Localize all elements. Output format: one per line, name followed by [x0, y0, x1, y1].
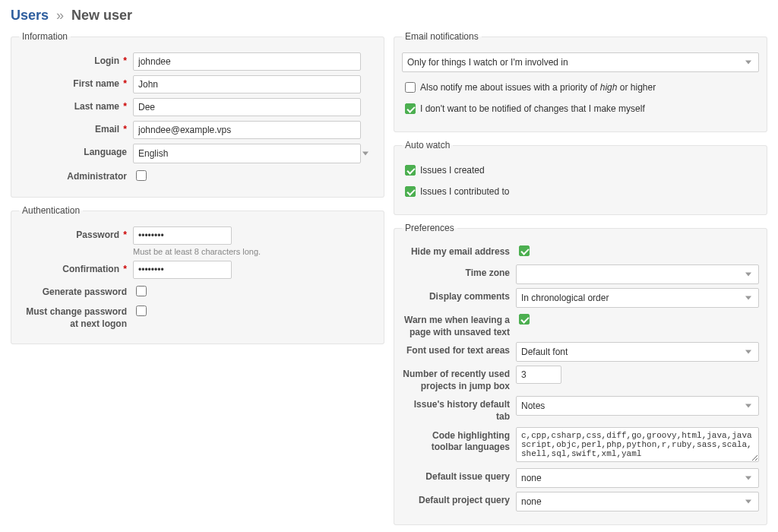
password-label: Password *: [19, 226, 133, 240]
notification-option-wrap: Only for things I watch or I'm involved …: [402, 52, 759, 72]
information-legend: Information: [19, 31, 71, 42]
first-name-input[interactable]: [133, 75, 361, 93]
generate-password-checkbox[interactable]: [136, 286, 147, 296]
generate-password-label: Generate password: [19, 283, 133, 297]
must-change-checkbox[interactable]: [136, 306, 147, 316]
breadcrumb-separator: »: [56, 8, 64, 23]
code-highlight-textarea[interactable]: c,cpp,csharp,css,diff,go,groovy,html,jav…: [516, 427, 759, 462]
history-tab-label: Issue's history default tab: [402, 396, 516, 423]
administrator-label: Administrator: [19, 168, 133, 182]
watch-created-label: Issues I created: [420, 165, 485, 176]
information-fieldset: Information Login * First name * Last na…: [11, 31, 384, 198]
language-select[interactable]: English: [133, 144, 361, 163]
watch-contributed-checkbox[interactable]: [405, 186, 416, 197]
notification-option-select[interactable]: Only for things I watch or I'm involved …: [402, 52, 759, 72]
hide-email-checkbox[interactable]: [519, 245, 530, 256]
password-hint: Must be at least 8 characters long.: [133, 247, 376, 256]
language-label: Language: [19, 144, 133, 157]
first-name-label: First name *: [19, 75, 133, 89]
email-label: Email *: [19, 121, 133, 135]
watch-contributed-label: Issues I contributed to: [420, 186, 509, 197]
warn-unsaved-checkbox[interactable]: [519, 314, 530, 325]
font-select[interactable]: Default font: [516, 342, 759, 362]
auto-watch-legend: Auto watch: [402, 140, 453, 150]
password-input[interactable]: [133, 226, 232, 245]
recent-projects-input[interactable]: [516, 366, 561, 384]
recent-projects-label: Number of recently used projects in jump…: [402, 366, 516, 392]
last-name-label: Last name *: [19, 98, 133, 112]
watch-created-checkbox[interactable]: [405, 165, 416, 176]
no-self-notify-checkbox[interactable]: [405, 103, 416, 114]
display-comments-label: Display comments: [402, 288, 516, 303]
authentication-fieldset: Authentication Password * Must be at lea…: [11, 205, 384, 344]
auto-watch-fieldset: Auto watch Issues I created Issues I con…: [394, 140, 767, 215]
preferences-fieldset: Preferences Hide my email address Time z…: [394, 223, 767, 525]
warn-unsaved-label: Warn me when leaving a page with unsaved…: [402, 312, 516, 338]
confirmation-input[interactable]: [133, 261, 232, 279]
authentication-legend: Authentication: [19, 205, 83, 216]
default-issue-query-select[interactable]: none: [516, 468, 759, 488]
no-self-notify-label: I don't want to be notified of changes t…: [420, 103, 645, 114]
timezone-select[interactable]: [516, 264, 759, 284]
also-notify-priority-label: Also notify me about issues with a prior…: [420, 82, 656, 93]
confirmation-label: Confirmation *: [19, 261, 133, 274]
preferences-legend: Preferences: [402, 223, 457, 233]
timezone-label: Time zone: [402, 264, 516, 280]
email-notifications-legend: Email notifications: [402, 31, 482, 42]
also-notify-priority-checkbox[interactable]: [405, 82, 416, 93]
last-name-input[interactable]: [133, 98, 361, 116]
email-notifications-fieldset: Email notifications Only for things I wa…: [394, 31, 767, 132]
login-label: Login *: [19, 52, 133, 66]
default-project-query-select[interactable]: none: [516, 492, 759, 511]
email-input[interactable]: [133, 121, 361, 139]
page-title: Users » New user: [11, 8, 767, 24]
must-change-label: Must change password at next logon: [19, 303, 133, 330]
page-subtitle: New user: [71, 8, 132, 23]
display-comments-select[interactable]: In chronological order: [516, 288, 759, 308]
font-label: Font used for text areas: [402, 342, 516, 357]
history-tab-select[interactable]: Notes: [516, 396, 759, 416]
default-issue-query-label: Default issue query: [402, 468, 516, 483]
hide-email-label: Hide my email address: [402, 243, 516, 258]
code-highlight-label: Code highlighting toolbar languages: [402, 427, 516, 454]
users-link[interactable]: Users: [11, 8, 49, 23]
default-project-query-label: Default project query: [402, 492, 516, 507]
login-input[interactable]: [133, 52, 361, 71]
administrator-checkbox[interactable]: [136, 170, 147, 181]
language-select-wrap: English: [133, 144, 376, 163]
